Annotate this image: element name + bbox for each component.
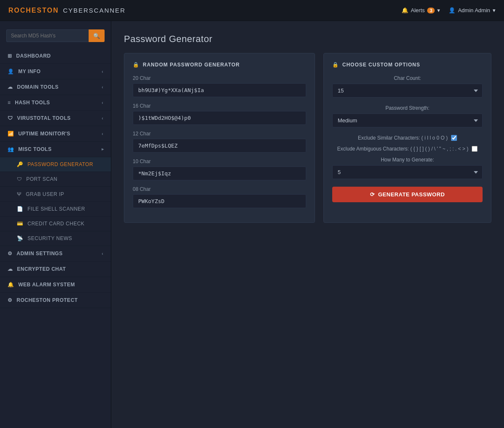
password-strength-row: Password Strength: Weak Medium Strong (332, 105, 483, 127)
chevron-virus-icon: ‹ (102, 116, 103, 121)
sidebar-item-port-scan[interactable]: 🛡 PORT SCAN (0, 172, 111, 187)
pw-label-16: 16 Char (133, 103, 306, 109)
sidebar-item-grab-user-ip[interactable]: ψ GRAB USER IP (0, 187, 111, 202)
sidebar-item-hash-tools[interactable]: ≡ HASH TOOLS ‹ (0, 95, 111, 111)
sidebar-item-label-uptime: UPTIME MONITOR'S (18, 131, 71, 137)
exclude-similar-checkbox[interactable] (451, 135, 457, 141)
bell-icon: 🔔 (402, 7, 408, 13)
char-count-select[interactable]: 5 10 15 20 25 30 (332, 84, 483, 98)
sidebar-item-virustotal-tools[interactable]: 🛡 VIRUSTOTAL TOOLS ‹ (0, 111, 111, 126)
panels: 🔒 RANDOM PASSWORD GENERATOR 20 Char 16 C… (124, 53, 491, 223)
exclude-ambiguous-row: Exclude Ambiguous Characters: ( { } [ ] … (332, 146, 483, 152)
sidebar-item-credit-card-check[interactable]: 💳 CREDIT CARD CHECK (0, 217, 111, 231)
page-title: Password Generator (124, 34, 491, 45)
sidebar-item-dashboard[interactable]: ⊞ DASHBOARD (0, 48, 111, 64)
cc-icon: 💳 (17, 221, 24, 227)
pw-row-08: 08 Char (133, 186, 306, 208)
chat-icon: ☁ (8, 266, 13, 272)
sidebar-item-rocheston-protect[interactable]: ⚙ ROCHESTON PROTECT (0, 293, 111, 308)
pw-field-10[interactable] (133, 166, 306, 180)
how-many-select[interactable]: 1 2 3 4 5 10 (332, 165, 483, 179)
search-button[interactable]: 🔍 (89, 29, 105, 42)
admin-label: Admin Admin (458, 7, 490, 13)
port-icon: 🛡 (17, 176, 22, 182)
virus-icon: 🛡 (8, 115, 13, 121)
main-content: Password Generator 🔒 RANDOM PASSWORD GEN… (111, 21, 504, 428)
chevron-hash-icon: ‹ (102, 100, 103, 105)
sidebar-item-password-generator[interactable]: 🔑 PASSWORD GENERATOR (0, 157, 111, 172)
pw-label-10: 10 Char (133, 159, 306, 164)
pw-field-08[interactable] (133, 194, 306, 208)
sidebar-item-label-protect: ROCHESTON PROTECT (17, 297, 78, 303)
news-icon: 📡 (17, 235, 24, 241)
pw-row-20: 20 Char (133, 75, 306, 97)
alarm-icon: 🔔 (8, 282, 14, 288)
pw-label-20: 20 Char (133, 75, 306, 81)
password-strength-select[interactable]: Weak Medium Strong (332, 114, 483, 127)
chevron-domain-icon: ‹ (102, 85, 103, 90)
admin-chevron-icon: ▾ (493, 7, 496, 13)
protect-icon: ⚙ (8, 297, 13, 303)
grab-icon: ψ (17, 191, 21, 197)
pw-label-12: 12 Char (133, 131, 306, 137)
sidebar-sub-label-port: PORT SCAN (26, 176, 58, 182)
sidebar-item-label-virustotal: VIRUSTOTAL TOOLS (17, 115, 71, 121)
dashboard-icon: ⊞ (8, 53, 12, 59)
sidebar-item-admin-settings[interactable]: ⚙ ADMIN SETTINGS ‹ (0, 246, 111, 262)
pw-field-20[interactable] (133, 83, 306, 97)
sidebar-item-security-news[interactable]: 📡 SECURITY NEWS (0, 231, 111, 246)
pw-label-08: 08 Char (133, 186, 306, 192)
alerts-label: Alerts (411, 7, 425, 13)
chevron-admin-icon: ‹ (102, 251, 103, 256)
panel-left-header: 🔒 RANDOM PASSWORD GENERATOR (133, 62, 306, 68)
cloud-icon: ☁ (8, 84, 13, 90)
chevron-icon: ‹ (102, 69, 103, 74)
sidebar-item-label-hash-tools: HASH TOOLS (15, 100, 50, 106)
refresh-icon: ⟳ (370, 191, 375, 198)
sidebar-sub-label-grab: GRAB USER IP (26, 191, 64, 197)
search-box: 🔍 (6, 29, 105, 42)
pw-row-10: 10 Char (133, 159, 306, 180)
brand-scanner: CYBERSCANNER (63, 7, 126, 14)
sidebar-item-label-misc: MISC TOOLS (18, 146, 52, 152)
exclude-similar-label: Exclude Similar Characters: ( i I l o 0 … (358, 135, 448, 141)
pw-field-12[interactable] (133, 139, 306, 153)
alerts-button[interactable]: 🔔 Alerts 3 ▾ (402, 7, 440, 13)
how-many-row: How Many to Generate: 1 2 3 4 5 10 (332, 157, 483, 179)
sidebar-sub-label-file: FILE SHELL SCANNER (28, 206, 85, 212)
alerts-chevron-icon: ▾ (437, 7, 440, 13)
how-many-label: How Many to Generate: (332, 157, 483, 163)
sidebar-item-label-alarm: WEB ALARM SYSTEM (18, 282, 75, 288)
lock-icon: 🔒 (133, 62, 139, 68)
sidebar-item-web-alarm[interactable]: 🔔 WEB ALARM SYSTEM (0, 277, 111, 293)
sidebar-item-label-domain-tools: DOMAIN TOOLS (17, 84, 59, 90)
uptime-icon: 📶 (8, 131, 14, 137)
sidebar-item-label-admin: ADMIN SETTINGS (17, 251, 63, 256)
sidebar-item-file-shell-scanner[interactable]: 📄 FILE SHELL SCANNER (0, 202, 111, 217)
sidebar-sub-label-news: SECURITY NEWS (28, 235, 72, 241)
sidebar-item-uptime-monitors[interactable]: 📶 UPTIME MONITOR'S ‹ (0, 126, 111, 142)
sidebar-sub-label-cc: CREDIT CARD CHECK (28, 221, 85, 227)
sidebar-item-my-info[interactable]: 👤 MY INFO ‹ (0, 64, 111, 79)
sidebar-sub-label-password: PASSWORD GENERATOR (28, 161, 93, 167)
person-icon: 👤 (449, 7, 455, 13)
pw-row-12: 12 Char (133, 131, 306, 153)
layout: 🔍 ⊞ DASHBOARD 👤 MY INFO ‹ ☁ DOMAIN TOOLS… (0, 21, 504, 428)
panel-random-password: 🔒 RANDOM PASSWORD GENERATOR 20 Char 16 C… (124, 53, 315, 223)
key-icon: 🔑 (17, 161, 24, 167)
pw-field-16[interactable] (133, 111, 306, 125)
sidebar-item-domain-tools[interactable]: ☁ DOMAIN TOOLS ‹ (0, 79, 111, 95)
generate-password-button[interactable]: ⟳ GENERATE PASSWORD (332, 187, 483, 202)
sidebar-item-encrypted-chat[interactable]: ☁ ENCRYPTED CHAT (0, 262, 111, 277)
admin-button[interactable]: 👤 Admin Admin ▾ (449, 7, 496, 13)
sidebar-item-misc-tools[interactable]: 👥 MISC TOOLS ▾ (0, 142, 111, 157)
chevron-misc-icon: ▾ (100, 148, 105, 151)
search-input[interactable] (6, 29, 89, 42)
pw-row-16: 16 Char (133, 103, 306, 125)
sidebar-item-label-chat: ENCRYPTED CHAT (17, 266, 66, 272)
misc-icon: 👥 (8, 146, 14, 152)
lock2-icon: 🔒 (332, 62, 339, 68)
alerts-badge: 3 (427, 8, 435, 13)
sidebar: 🔍 ⊞ DASHBOARD 👤 MY INFO ‹ ☁ DOMAIN TOOLS… (0, 21, 111, 428)
exclude-ambiguous-checkbox[interactable] (472, 146, 478, 152)
